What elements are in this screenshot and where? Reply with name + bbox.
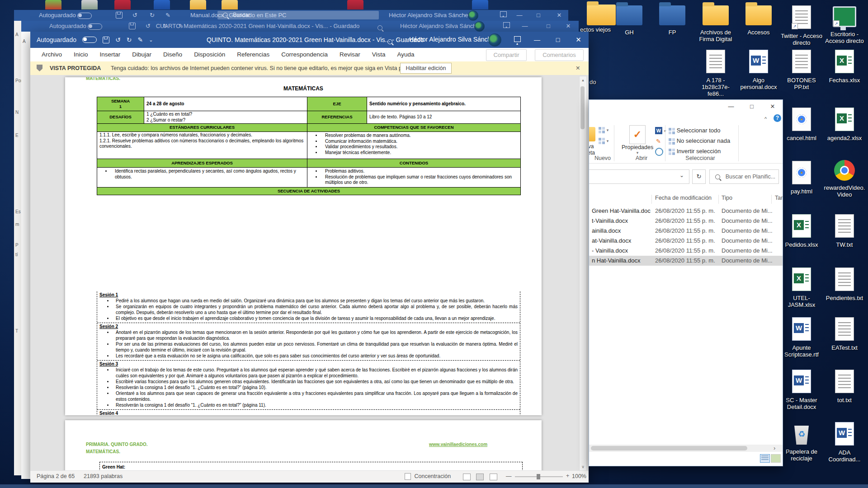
- autosave-toggle[interactable]: Autoguardado: [39, 12, 92, 19]
- properties-button[interactable]: ✓ Propiedades ▾: [622, 125, 653, 155]
- desktop-icon-fragment[interactable]: [154, 0, 170, 9]
- scroll-right-icon[interactable]: ›: [774, 445, 775, 451]
- details-view-button[interactable]: [760, 454, 770, 463]
- desktop-icon-papelera[interactable]: Papelera de reciclaje: [780, 422, 823, 462]
- focus-mode[interactable]: Concentración: [405, 473, 451, 480]
- scroll-down-icon[interactable]: ∨: [580, 463, 586, 470]
- explorer-search-box[interactable]: Buscar en Planific...: [709, 169, 779, 184]
- window-cuarto-titlebar[interactable]: Autoguardado ↺ ↻ ✎ CUARTO. Matemáticas 2…: [21, 21, 579, 32]
- redo-icon[interactable]: ↻: [127, 36, 132, 43]
- word-count[interactable]: 21893 palabras: [84, 473, 123, 479]
- desktop-icon-tot[interactable]: tot.txt: [823, 370, 866, 404]
- maximize-button[interactable]: □: [742, 100, 762, 113]
- account-name[interactable]: Héctor Alejandro Silva Sánchez: [409, 36, 498, 43]
- ribbon-tab[interactable]: Diseño: [157, 48, 188, 61]
- page-indicator[interactable]: Página 2 de 65: [37, 473, 75, 479]
- maximize-button[interactable]: □: [540, 21, 557, 32]
- ribbon-tab[interactable]: Disposición: [188, 48, 231, 61]
- desktop-icon-rewardedvideo[interactable]: rewardedVideo. Video: [823, 160, 866, 198]
- autosave-toggle[interactable]: Autoguardado: [49, 23, 102, 30]
- desktop-icon-fragment[interactable]: [114, 0, 131, 9]
- banner-close-icon[interactable]: ✕: [576, 65, 580, 71]
- minimize-button[interactable]: —: [511, 10, 528, 21]
- desktop-icon-firma-digital[interactable]: Archivos de Firma Digital: [694, 5, 737, 42]
- file-row[interactable]: Green Hat-Vainilla.docx 26/08/2020 11:55…: [589, 206, 783, 216]
- desktop-icon-ada[interactable]: ADA Coordinad...: [823, 422, 866, 463]
- desktop-icon-gh[interactable]: GH: [608, 5, 651, 36]
- ribbon-options-icon[interactable]: [509, 32, 526, 48]
- web-layout-icon[interactable]: [490, 474, 497, 480]
- ribbon-tab[interactable]: Insertar: [94, 48, 127, 61]
- file-row[interactable]: n Hat-Vainilla.docx 26/08/2020 11:55 p. …: [589, 256, 783, 266]
- avatar[interactable]: [474, 21, 485, 32]
- desktop-icon-a178[interactable]: A 178 - 1b28c37e-fe86...: [694, 50, 737, 97]
- close-button[interactable]: ✕: [568, 32, 589, 48]
- select-none-item[interactable]: No seleccionar nada: [669, 137, 730, 145]
- ribbon-options-icon[interactable]: [495, 10, 511, 21]
- share-button[interactable]: Compartir: [486, 49, 527, 61]
- open-with-word-icon[interactable]: W ▾: [655, 127, 666, 134]
- desktop-icon-fp[interactable]: FP: [651, 5, 693, 36]
- undo-icon[interactable]: ↺: [132, 12, 137, 19]
- account-name[interactable]: Héctor Alejandro Silva Sánchez: [400, 23, 482, 29]
- close-button[interactable]: ✕: [559, 21, 577, 32]
- address-dropdown-icon[interactable]: ⌄: [679, 172, 684, 178]
- scrollbar-thumb[interactable]: [580, 86, 585, 129]
- maximize-button[interactable]: □: [548, 32, 567, 48]
- close-button[interactable]: ✕: [763, 100, 783, 113]
- desktop-icon-twitter[interactable]: Twitter - Acceso directo: [780, 5, 823, 46]
- desktop-icon-pendientes[interactable]: Pendientes.txt: [823, 267, 866, 301]
- redo-icon[interactable]: ↻: [150, 12, 155, 19]
- explorer-titlebar[interactable]: — □ ✕: [589, 100, 783, 114]
- avatar[interactable]: [488, 33, 501, 47]
- view-buttons[interactable]: [459, 474, 497, 480]
- search-icon[interactable]: [377, 25, 382, 30]
- read-mode-icon[interactable]: [463, 474, 471, 480]
- ribbon-tab[interactable]: Ayuda: [392, 48, 420, 61]
- file-row[interactable]: t-Vainilla.docx 26/08/2020 11:55 p. m. D…: [589, 216, 783, 226]
- minimize-button[interactable]: —: [528, 32, 547, 48]
- document-page-2[interactable]: PRIMARIA. QUINTO GRADO. MATEMÁTICAS. www…: [65, 420, 542, 471]
- minimize-button[interactable]: —: [517, 21, 533, 32]
- refresh-button[interactable]: ↻: [692, 169, 706, 184]
- column-size[interactable]: Tam: [775, 195, 783, 201]
- zoom-out-button[interactable]: —: [506, 473, 512, 479]
- ribbon-tab[interactable]: Vista: [366, 48, 392, 61]
- explorer-hscrollbar[interactable]: ›: [589, 445, 783, 452]
- taskbar-edge[interactable]: [0, 484, 868, 488]
- ribbon-tab[interactable]: Inicio: [68, 48, 94, 61]
- desktop-icon-escritorio[interactable]: Escritorio - Acceso directo: [823, 6, 866, 44]
- desktop-icon-pay-html[interactable]: pay.html: [780, 161, 823, 195]
- new-item-icon[interactable]: ▾: [599, 137, 609, 144]
- search-icon[interactable]: [387, 39, 392, 44]
- file-row[interactable]: - Vainilla.docx 26/08/2020 11:55 p. m. D…: [589, 246, 783, 256]
- desktop-icon-tw-txt[interactable]: TW.txt: [823, 214, 866, 248]
- scroll-up-icon[interactable]: ▴: [580, 76, 586, 84]
- hscrollbar-thumb[interactable]: [591, 446, 747, 450]
- desktop-icon-sc-master[interactable]: SC - Master Detail.docx: [780, 370, 823, 410]
- desktop-icon-cancel-html[interactable]: cancel.html: [780, 108, 823, 141]
- zoom-in-button[interactable]: +: [566, 473, 569, 479]
- desktop-icon-botones[interactable]: BOTONES PP.txt: [780, 50, 823, 90]
- easy-access-icon[interactable]: ▾: [599, 126, 609, 133]
- document-page-1[interactable]: MATEMÁTICAS. MATEMÁTICAS SEMANA 1 24 a 2…: [65, 77, 542, 415]
- search-box[interactable]: Buscar: [217, 11, 379, 19]
- pen-icon[interactable]: ✎: [137, 36, 143, 43]
- invert-selection-item[interactable]: Invertir selección: [669, 148, 721, 155]
- save-icon[interactable]: [116, 12, 123, 20]
- column-type[interactable]: Tipo: [722, 195, 732, 201]
- desktop-icon-fragment[interactable]: [81, 0, 98, 9]
- avatar[interactable]: [468, 10, 478, 21]
- enable-editing-button[interactable]: Habilitar edición: [400, 63, 452, 74]
- close-button[interactable]: ✕: [550, 10, 568, 21]
- desktop-icon-fragment[interactable]: [472, 0, 488, 9]
- desktop-icon-fragment[interactable]: [190, 0, 206, 9]
- undo-icon[interactable]: ↺: [115, 36, 121, 43]
- desktop-icon-fragment[interactable]: [222, 0, 238, 9]
- ribbon-tab[interactable]: Archivo: [36, 48, 68, 61]
- account-name[interactable]: Héctor Alejandro Silva Sánchez: [389, 12, 471, 19]
- ribbon-tab[interactable]: Revisar: [334, 48, 366, 61]
- file-row[interactable]: at-Vainilla.docx 26/08/2020 11:55 p. m. …: [589, 236, 783, 246]
- save-icon[interactable]: [129, 23, 136, 31]
- zoom-slider-thumb[interactable]: [537, 474, 540, 479]
